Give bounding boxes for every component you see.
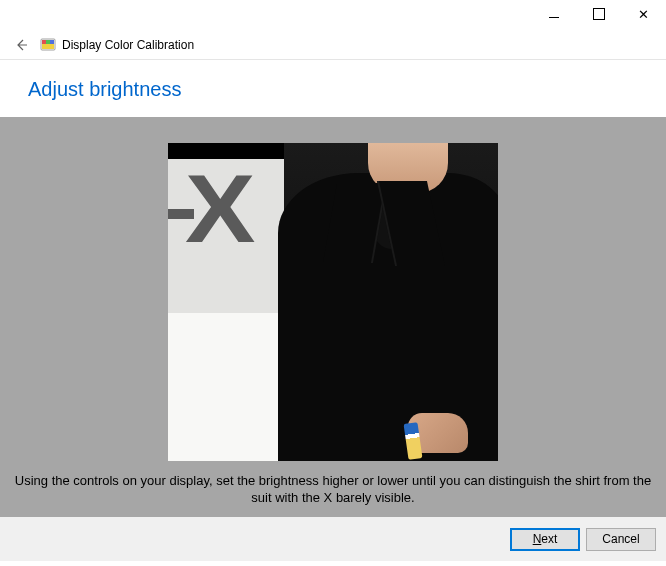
- calibration-sample-image: X: [168, 143, 498, 461]
- svg-rect-3: [50, 40, 54, 44]
- close-button[interactable]: [621, 4, 666, 24]
- svg-rect-1: [42, 40, 46, 44]
- app-title: Display Color Calibration: [62, 38, 194, 52]
- app-icon: [40, 37, 56, 53]
- window-titlebar: [0, 0, 666, 30]
- maximize-button[interactable]: [576, 4, 621, 24]
- header-bar: Display Color Calibration: [0, 30, 666, 60]
- content-area: X Using the controls on your display, se…: [0, 117, 666, 517]
- back-arrow-icon: [13, 37, 29, 53]
- next-button[interactable]: Next: [510, 528, 580, 551]
- next-button-label-rest: ext: [541, 532, 557, 546]
- page-heading: Adjust brightness: [28, 78, 638, 101]
- minimize-button[interactable]: [531, 4, 576, 24]
- footer-bar: Next Cancel: [0, 517, 666, 561]
- instruction-text: Using the controls on your display, set …: [0, 464, 666, 517]
- page-subheader: Adjust brightness: [0, 60, 666, 117]
- cancel-button[interactable]: Cancel: [586, 528, 656, 551]
- svg-rect-2: [46, 40, 50, 44]
- svg-rect-5: [42, 44, 54, 49]
- back-button[interactable]: [10, 34, 32, 56]
